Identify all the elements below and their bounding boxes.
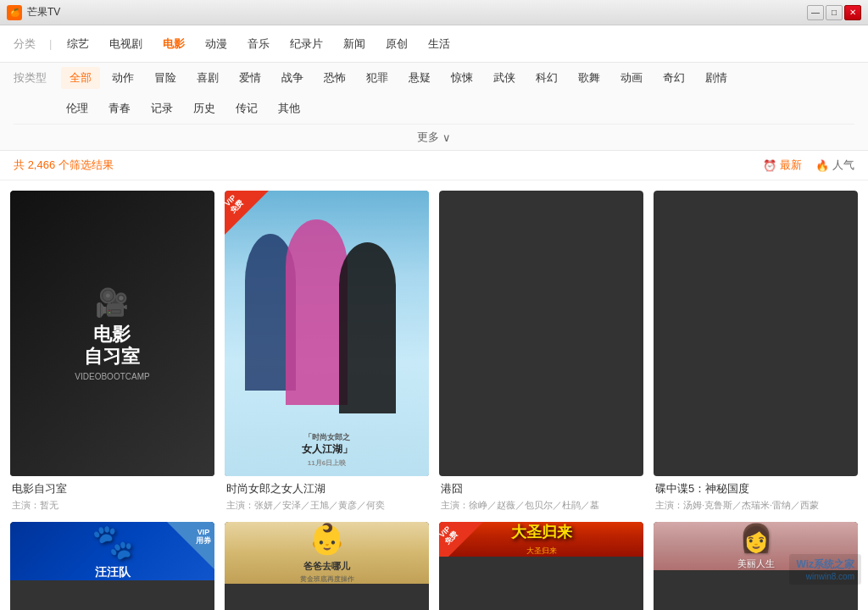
results-header: 共 2,466 个筛选结果 ⏰ 最新 🔥 人气 — [0, 151, 868, 180]
more-label: 更多 — [417, 130, 439, 145]
count-suffix: 个筛选结果 — [58, 158, 114, 171]
logo-text: 🍊 — [10, 8, 19, 17]
fire-icon: 🔥 — [815, 159, 829, 172]
window-controls: — □ ✕ — [807, 5, 861, 20]
filter-wuxia[interactable]: 武侠 — [485, 67, 524, 89]
movie-info-2: 时尚女郎之女人江湖 主演：张妍／安泽／王旭／黄彦／何奕 — [225, 476, 429, 512]
filter-animation[interactable]: 动画 — [612, 67, 651, 89]
watermark-url: winwin8.com — [796, 572, 854, 581]
filter-other[interactable]: 其他 — [270, 97, 309, 119]
movie-image-7: 大圣归来 大圣归来 VIP免费 — [439, 522, 643, 557]
nav-item-anime[interactable]: 动漫 — [197, 31, 236, 57]
movie-image-6: 👶 爸爸去哪儿 黄金班底再度操作 — [225, 522, 429, 584]
filter-scifi[interactable]: 科幻 — [527, 67, 566, 89]
filter-thriller[interactable]: 惊悚 — [442, 67, 481, 89]
chevron-down-icon: ∨ — [442, 131, 451, 144]
sort-popular[interactable]: 🔥 人气 — [815, 158, 854, 173]
titlebar: 🍊 芒果TV — □ ✕ — [0, 0, 868, 25]
movie-cast-2: 主演：张妍／安泽／王旭／黄彦／何奕 — [226, 499, 427, 512]
filter-history[interactable]: 历史 — [185, 97, 224, 119]
movie-image-1: 🎥 电影自习室 VIDEOBOOTCAMP — [10, 191, 214, 476]
filter-comedy[interactable]: 喜剧 — [188, 67, 227, 89]
nav-item-documentary[interactable]: 纪录片 — [281, 31, 331, 57]
movie-card-3[interactable]: 港囧 09-25 情有独迫 追无所遇 IMAX VIP免费 — [439, 191, 643, 512]
filter-crime[interactable]: 犯罪 — [358, 67, 397, 89]
filter-section: 按类型 全部 动作 冒险 喜剧 爱情 战争 恐怖 犯罪 悬疑 惊悚 武侠 科幻 … — [0, 63, 868, 151]
movie-card-4[interactable]: 碟中谍5 MISSION: IMPOSSIBLE ROGUE NATION VI… — [654, 191, 858, 512]
nav-divider: | — [49, 37, 52, 50]
nav-label: 分类 — [14, 36, 36, 52]
minimize-button[interactable]: — — [807, 5, 824, 20]
movie-thumb-4: 碟中谍5 MISSION: IMPOSSIBLE ROGUE NATION VI… — [654, 191, 858, 476]
movie-grid: 🎥 电影自习室 VIDEOBOOTCAMP 电影自习室 主演：暂无 — [10, 191, 858, 610]
sort-options: ⏰ 最新 🔥 人气 — [763, 158, 854, 173]
nav-item-drama[interactable]: 电视剧 — [101, 31, 151, 57]
movie-thumb-3: 港囧 09-25 情有独迫 追无所遇 IMAX VIP免费 — [439, 191, 643, 476]
nav-item-music[interactable]: 音乐 — [239, 31, 278, 57]
filter-drama[interactable]: 剧情 — [697, 67, 736, 89]
nav-item-life[interactable]: 生活 — [420, 31, 459, 57]
filter-war[interactable]: 战争 — [273, 67, 312, 89]
filter-row-1: 按类型 全部 动作 冒险 喜剧 爱情 战争 恐怖 犯罪 悬疑 惊悚 武侠 科幻 … — [14, 63, 854, 93]
filter-biography[interactable]: 传记 — [227, 97, 266, 119]
count-number: 2,466 — [28, 158, 56, 171]
more-filters-button[interactable]: 更多 ∨ — [14, 124, 854, 150]
clock-icon: ⏰ — [763, 159, 776, 172]
nav-item-variety[interactable]: 综艺 — [58, 31, 97, 57]
movie-card-7[interactable]: 大圣归来 大圣归来 VIP免费 大圣归来 主演： — [439, 522, 643, 610]
movie-image-2: 「时尚女郎之 女人江湖」 11月6日上映 VIP免费 — [225, 191, 429, 476]
content-area: 🎥 电影自习室 VIDEOBOOTCAMP 电影自习室 主演：暂无 — [0, 180, 868, 610]
movie-title-3: 港囧 — [441, 481, 642, 496]
maximize-button[interactable]: □ — [826, 5, 843, 20]
movie-cast-4: 主演：汤姆·克鲁斯／杰瑞米·雷纳／西蒙 — [655, 499, 856, 512]
movie-cast-1: 主演：暂无 — [12, 499, 213, 512]
movie-cast-3: 主演：徐峥／赵薇／包贝尔／杜鹃／墓 — [441, 499, 642, 512]
app-body: 分类 | 综艺 电视剧 电影 动漫 音乐 纪录片 新闻 原创 生活 按类型 全部… — [0, 25, 868, 610]
movie-title-2: 时尚女郎之女人江湖 — [226, 481, 427, 496]
movie-thumb-2: 「时尚女郎之 女人江湖」 11月6日上映 VIP免费 — [225, 191, 429, 476]
count-prefix: 共 — [14, 158, 25, 171]
filter-horror[interactable]: 恐怖 — [315, 67, 354, 89]
movie-card-2[interactable]: 「时尚女郎之 女人江湖」 11月6日上映 VIP免费 时尚女郎之女 — [225, 191, 429, 512]
movie-title-4: 碟中谍5：神秘国度 — [655, 481, 856, 496]
movie-thumb-6: 👶 爸爸去哪儿 黄金班底再度操作 — [225, 522, 429, 610]
filter-action[interactable]: 动作 — [103, 67, 142, 89]
movie-info-4: 碟中谍5：神秘国度 主演：汤姆·克鲁斯／杰瑞米·雷纳／西蒙 — [654, 476, 858, 512]
movie-title-1: 电影自习室 — [12, 481, 213, 496]
movie-thumb-7: 大圣归来 大圣归来 VIP免费 — [439, 522, 643, 610]
filter-romance[interactable]: 爱情 — [231, 67, 270, 89]
titlebar-left: 🍊 芒果TV — [7, 5, 60, 20]
filter-fantasy[interactable]: 奇幻 — [654, 67, 693, 89]
filter-musical[interactable]: 歌舞 — [570, 67, 609, 89]
filter-mystery[interactable]: 悬疑 — [400, 67, 439, 89]
sort-latest[interactable]: ⏰ 最新 — [763, 158, 802, 173]
app-title: 芒果TV — [27, 5, 60, 19]
filter-row-2: 伦理 青春 记录 历史 传记 其他 — [14, 93, 854, 124]
top-nav: 分类 | 综艺 电视剧 电影 动漫 音乐 纪录片 新闻 原创 生活 — [0, 25, 868, 63]
movie-info-3: 港囧 主演：徐峥／赵薇／包贝尔／杜鹃／墓 — [439, 476, 643, 512]
results-count: 共 2,466 个筛选结果 — [14, 158, 114, 173]
movie-thumb-5: 🐾 汪汪队 VIP用券 — [10, 522, 214, 610]
sort-latest-label: 最新 — [780, 158, 802, 173]
sort-popular-label: 人气 — [832, 158, 854, 173]
filter-all[interactable]: 全部 — [61, 67, 100, 89]
movie-card-5[interactable]: 🐾 汪汪队 VIP用券 汪汪队立大功 主演： — [10, 522, 214, 610]
app-logo: 🍊 — [7, 5, 22, 20]
nav-item-news[interactable]: 新闻 — [335, 31, 374, 57]
movie-info-1: 电影自习室 主演：暂无 — [10, 476, 214, 512]
filter-record[interactable]: 记录 — [142, 97, 181, 119]
close-button[interactable]: ✕ — [844, 5, 861, 20]
nav-item-movie[interactable]: 电影 — [154, 31, 193, 57]
filter-ethics[interactable]: 伦理 — [58, 97, 97, 119]
nav-item-original[interactable]: 原创 — [377, 31, 416, 57]
filter-youth[interactable]: 青春 — [100, 97, 139, 119]
movie-image-5: 🐾 汪汪队 VIP用券 — [10, 522, 214, 580]
watermark: Wiz系统之家 winwin8.com — [789, 554, 861, 585]
movie-card-1[interactable]: 🎥 电影自习室 VIDEOBOOTCAMP 电影自习室 主演：暂无 — [10, 191, 214, 512]
filter-label: 按类型 — [14, 70, 58, 86]
watermark-logo: Wiz系统之家 — [796, 557, 854, 572]
movie-card-6[interactable]: 👶 爸爸去哪儿 黄金班底再度操作 爸爸去哪儿 主演： — [225, 522, 429, 610]
movie-thumb-1: 🎥 电影自习室 VIDEOBOOTCAMP — [10, 191, 214, 476]
filter-adventure[interactable]: 冒险 — [146, 67, 185, 89]
